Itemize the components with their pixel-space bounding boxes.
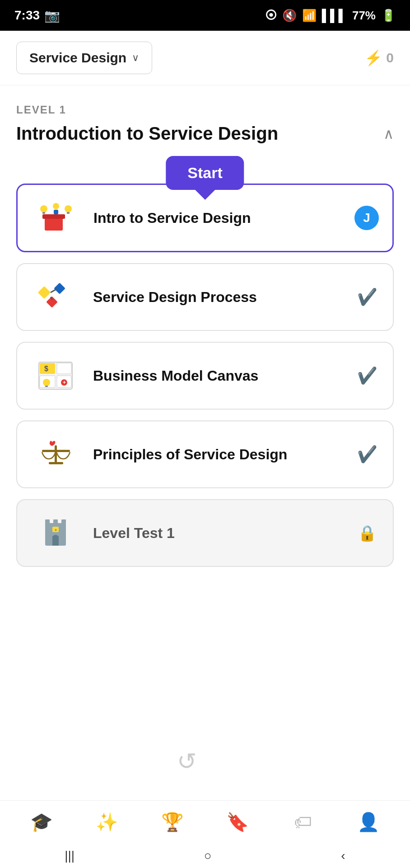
principles-card-status: ✔️ xyxy=(355,442,379,467)
svg-rect-25 xyxy=(42,450,70,452)
leveltest-icon: ★ xyxy=(31,513,80,553)
principles-icon xyxy=(31,434,80,475)
svg-rect-29 xyxy=(61,519,66,525)
main-content: LEVEL 1 Introduction to Service Design ∧… xyxy=(0,85,410,666)
svg-rect-27 xyxy=(45,519,50,525)
level-label: LEVEL 1 xyxy=(16,104,394,116)
lightning-icon: ⚡ xyxy=(364,49,382,66)
business-icon: $ + xyxy=(31,355,80,396)
time-display: 7:33 xyxy=(14,8,40,23)
process-check-icon: ✔️ xyxy=(357,288,377,307)
header: Service Design ∨ ⚡ 0 xyxy=(0,31,410,85)
svg-rect-8 xyxy=(38,286,51,299)
intro-icon xyxy=(31,198,81,238)
svg-rect-9 xyxy=(54,283,65,294)
graduation-cap-icon: 🎓 xyxy=(30,811,53,833)
course-card-leveltest[interactable]: ★ Level Test 1 🔒 xyxy=(16,499,394,567)
start-tooltip-wrapper: Start xyxy=(166,156,244,200)
svg-point-2 xyxy=(40,205,47,212)
course-card-principles[interactable]: Principles of Service Design ✔️ xyxy=(16,420,394,488)
svg-rect-5 xyxy=(67,212,70,214)
avatar-letter: J xyxy=(363,211,370,225)
achievements-icon: ✨ xyxy=(96,811,118,833)
battery-icon: 🔋 xyxy=(381,9,396,23)
leveltest-card-status: 🔒 xyxy=(355,521,379,545)
svg-point-6 xyxy=(53,203,59,209)
bookmark-icon: 🔖 xyxy=(226,811,249,833)
intro-card-title: Intro to Service Design xyxy=(93,210,342,226)
course-card-business[interactable]: $ + Business Model Canvas ✔️ xyxy=(16,342,394,410)
lightning-badge: ⚡ 0 xyxy=(364,49,394,66)
process-card-status: ✔️ xyxy=(355,285,379,309)
svg-rect-28 xyxy=(53,519,58,525)
start-tooltip[interactable]: Start xyxy=(166,156,244,190)
process-icon xyxy=(31,277,80,317)
svg-rect-24 xyxy=(49,462,63,464)
leaderboard-icon: 🏆 xyxy=(161,811,184,833)
status-bar: 7:33 📷 ⦿ 🔇 📶 ▌▌▌ 77% 🔋 xyxy=(0,0,410,31)
partial-icon-left: ↺ xyxy=(177,748,197,775)
nav-item-leaderboard[interactable]: 🏆 xyxy=(140,801,205,844)
chevron-down-icon: ∨ xyxy=(132,52,139,64)
nav-item-home[interactable]: 🎓 xyxy=(9,801,75,844)
svg-text:$: $ xyxy=(44,365,48,373)
tag-icon: 🏷 xyxy=(294,812,312,832)
section-header: Introduction to Service Design ∧ xyxy=(16,123,394,144)
signal-icon: ▌▌▌ xyxy=(322,9,347,23)
process-card-title: Service Design Process xyxy=(93,289,342,306)
svg-text:+: + xyxy=(63,379,66,386)
intro-card-status: J xyxy=(354,206,379,230)
svg-rect-3 xyxy=(42,212,45,214)
business-check-icon: ✔️ xyxy=(357,366,377,385)
bluetooth-icon: ⦿ xyxy=(265,9,277,23)
lightning-count: 0 xyxy=(386,50,394,66)
system-home-icon[interactable]: ○ xyxy=(204,849,212,863)
svg-line-11 xyxy=(51,289,57,292)
svg-rect-1 xyxy=(42,214,65,219)
svg-text:★: ★ xyxy=(54,528,57,532)
system-back-icon[interactable]: ‹ xyxy=(341,849,345,863)
course-card-process[interactable]: Service Design Process ✔️ xyxy=(16,263,394,331)
course-selector-label: Service Design xyxy=(29,50,126,66)
battery-percent: 77% xyxy=(352,9,376,23)
lock-icon: 🔒 xyxy=(358,524,377,542)
nav-item-tags[interactable]: 🏷 xyxy=(270,801,336,844)
nav-item-bookmarks[interactable]: 🔖 xyxy=(205,801,270,844)
nav-item-profile[interactable]: 👤 xyxy=(335,801,401,844)
mute-icon: 🔇 xyxy=(282,9,297,23)
status-bar-right: ⦿ 🔇 📶 ▌▌▌ 77% 🔋 xyxy=(265,9,396,23)
course-cards-list: Start xyxy=(16,160,394,567)
business-card-status: ✔️ xyxy=(355,363,379,388)
course-card-intro[interactable]: Start xyxy=(16,184,394,252)
svg-rect-0 xyxy=(45,217,63,231)
svg-point-19 xyxy=(43,379,50,386)
intro-avatar: J xyxy=(354,206,379,230)
camera-icon: 📷 xyxy=(44,8,60,23)
system-menu-icon[interactable]: ||| xyxy=(65,849,75,863)
leveltest-card-title: Level Test 1 xyxy=(93,525,342,542)
svg-point-4 xyxy=(65,205,72,212)
tooltip-arrow xyxy=(195,190,215,200)
principles-card-title: Principles of Service Design xyxy=(93,446,342,463)
collapse-icon[interactable]: ∧ xyxy=(383,125,394,142)
svg-rect-20 xyxy=(45,386,48,387)
bottom-partial-icons: ↺ xyxy=(0,743,410,779)
svg-rect-15 xyxy=(57,363,71,374)
svg-rect-7 xyxy=(54,210,58,214)
principles-check-icon: ✔️ xyxy=(357,445,377,464)
business-card-title: Business Model Canvas xyxy=(93,368,342,384)
section-title: Introduction to Service Design xyxy=(16,123,383,144)
bottom-nav: 🎓 ✨ 🏆 🔖 🏷 👤 xyxy=(0,800,410,844)
wifi-icon: 📶 xyxy=(302,9,317,23)
profile-icon: 👤 xyxy=(357,811,380,833)
system-nav: ||| ○ ‹ xyxy=(0,844,410,868)
nav-item-achievements[interactable]: ✨ xyxy=(75,801,140,844)
status-bar-left: 7:33 📷 xyxy=(14,8,60,23)
course-selector-button[interactable]: Service Design ∨ xyxy=(16,42,152,74)
